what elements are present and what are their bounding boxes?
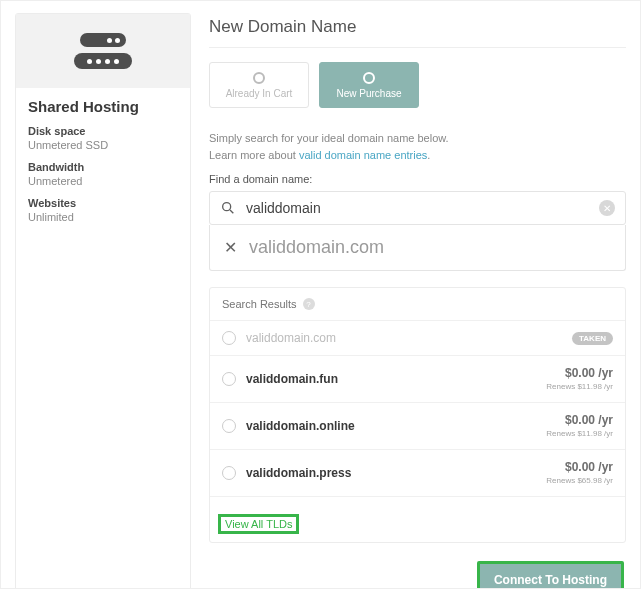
result-price: $0.00 /yrRenews $65.98 /yr [546, 460, 613, 486]
result-domain-name: validdomain.fun [246, 372, 536, 386]
spec-value: Unlimited [28, 211, 178, 223]
radio-icon [222, 331, 236, 345]
valid-entries-link[interactable]: valid domain name entries [299, 149, 427, 161]
result-row[interactable]: validdomain.fun$0.00 /yrRenews $11.98 /y… [210, 356, 625, 403]
results-list[interactable]: validdomain.comTAKENvaliddomain.fun$0.00… [210, 320, 625, 506]
result-domain-name: validdomain.online [246, 419, 536, 433]
radio-icon [222, 466, 236, 480]
result-price: $0.00 /yrRenews $11.98 /yr [546, 366, 613, 392]
result-domain-name: validdomain.press [246, 466, 536, 480]
radio-icon [253, 72, 265, 84]
remove-chosen-icon[interactable]: ✕ [224, 238, 237, 257]
result-price: $0.00 /yrRenews $11.98 /yr [546, 413, 613, 439]
divider [209, 47, 626, 48]
result-domain-name: validdomain.com [246, 331, 562, 345]
plan-illustration [16, 14, 190, 88]
view-all-tlds-link[interactable]: View All TLDs [218, 514, 299, 534]
spec-label: Websites [28, 197, 178, 209]
result-row[interactable]: validdomain.store$0.00 /yrRenews $50.98 … [210, 497, 625, 506]
plan-title: Shared Hosting [28, 98, 178, 115]
purchase-tabs: Already In Cart New Purchase [209, 62, 626, 108]
spec-value: Unmetered [28, 175, 178, 187]
spec-label: Bandwidth [28, 161, 178, 173]
tab-label: Already In Cart [226, 88, 293, 99]
chosen-domain-row: ✕ validdomain.com [209, 225, 626, 271]
chosen-domain-text: validdomain.com [249, 237, 384, 258]
domain-search-input[interactable] [246, 200, 589, 216]
radio-icon [222, 372, 236, 386]
main-panel: New Domain Name Already In Cart New Purc… [209, 13, 626, 589]
spec-value: Unmetered SSD [28, 139, 178, 151]
info-icon[interactable]: ? [303, 298, 315, 310]
server-icon [74, 33, 132, 69]
help-text: Simply search for your ideal domain name… [209, 130, 626, 163]
result-row[interactable]: validdomain.comTAKEN [210, 321, 625, 356]
connect-to-hosting-button[interactable]: Connect To Hosting [477, 561, 624, 589]
search-label: Find a domain name: [209, 173, 626, 185]
radio-icon [222, 419, 236, 433]
taken-badge: TAKEN [572, 332, 613, 345]
search-icon [220, 200, 236, 216]
tab-label: New Purchase [336, 88, 401, 99]
tab-new-purchase[interactable]: New Purchase [319, 62, 419, 108]
svg-point-0 [223, 203, 231, 211]
result-row[interactable]: validdomain.online$0.00 /yrRenews $11.98… [210, 403, 625, 450]
radio-icon [363, 72, 375, 84]
domain-search-box: ✕ [209, 191, 626, 225]
page-title: New Domain Name [209, 13, 626, 47]
spec-label: Disk space [28, 125, 178, 137]
result-row[interactable]: validdomain.press$0.00 /yrRenews $65.98 … [210, 450, 625, 497]
search-results-card: Search Results ? validdomain.comTAKENval… [209, 287, 626, 543]
plan-card: Shared Hosting Disk spaceUnmetered SSDBa… [15, 13, 191, 589]
results-title: Search Results ? [210, 298, 625, 320]
tab-already-in-cart[interactable]: Already In Cart [209, 62, 309, 108]
clear-search-icon[interactable]: ✕ [599, 200, 615, 216]
svg-line-1 [230, 210, 233, 213]
